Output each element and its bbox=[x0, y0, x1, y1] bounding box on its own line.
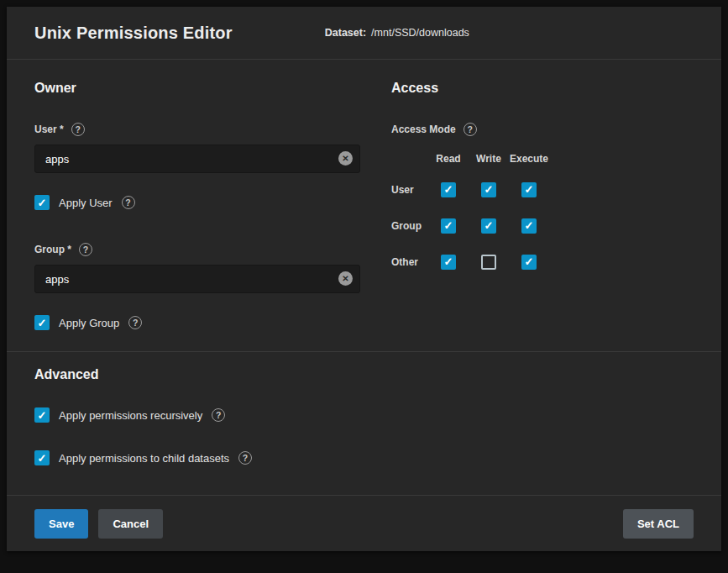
checkbox-recursive[interactable] bbox=[34, 407, 50, 423]
access-cell bbox=[428, 255, 469, 270]
checkbox-apply-group[interactable] bbox=[34, 315, 50, 330]
checkbox-other-write[interactable] bbox=[481, 255, 496, 270]
recursive-help-icon[interactable] bbox=[212, 408, 225, 422]
owner-section-title: Owner bbox=[34, 81, 360, 96]
cancel-button[interactable]: Cancel bbox=[98, 509, 163, 539]
checkbox-user-write[interactable] bbox=[481, 182, 496, 197]
checkbox-group-execute[interactable] bbox=[521, 218, 537, 234]
access-column: Access Access Mode Read Write Execute Us… bbox=[391, 81, 694, 330]
access-matrix-row: Other bbox=[391, 244, 694, 280]
user-help-icon[interactable] bbox=[71, 123, 85, 136]
access-cell bbox=[469, 218, 509, 234]
apply-group-help-icon[interactable] bbox=[128, 316, 142, 329]
checkbox-group-read[interactable] bbox=[441, 218, 456, 234]
save-button[interactable]: Save bbox=[34, 509, 88, 539]
access-cell bbox=[469, 182, 509, 197]
apply-group-row[interactable]: Apply Group bbox=[34, 315, 360, 330]
group-clear-icon[interactable] bbox=[338, 271, 353, 286]
child-datasets-label: Apply permissions to child datasets bbox=[59, 452, 229, 465]
checkbox-other-read[interactable] bbox=[441, 255, 456, 270]
group-field-label: Group * bbox=[34, 243, 360, 256]
access-row-label: Group bbox=[391, 220, 428, 232]
user-clear-icon[interactable] bbox=[338, 151, 353, 166]
user-input-wrap bbox=[34, 145, 360, 173]
checkbox-apply-user[interactable] bbox=[34, 195, 50, 210]
child-datasets-row[interactable]: Apply permissions to child datasets bbox=[34, 450, 694, 465]
access-section-title: Access bbox=[391, 81, 694, 96]
apply-group-label: Apply Group bbox=[59, 317, 119, 329]
recursive-label: Apply permissions recursively bbox=[59, 409, 202, 422]
unix-permissions-editor-card: Unix Permissions Editor Dataset: /mnt/SS… bbox=[7, 7, 721, 551]
dataset-label: Dataset: bbox=[325, 27, 366, 39]
advanced-section-title: Advanced bbox=[34, 367, 694, 382]
apply-user-row[interactable]: Apply User bbox=[34, 195, 360, 210]
group-input[interactable] bbox=[34, 265, 360, 293]
access-cell bbox=[509, 182, 549, 197]
user-input[interactable] bbox=[34, 145, 360, 173]
access-row-label: Other bbox=[391, 256, 428, 268]
checkbox-user-execute[interactable] bbox=[521, 182, 537, 197]
dataset-path: /mnt/SSD/downloads bbox=[371, 27, 469, 39]
access-cell bbox=[509, 218, 549, 234]
apply-user-label: Apply User bbox=[59, 197, 113, 209]
checkbox-child-datasets[interactable] bbox=[34, 450, 50, 465]
access-cell bbox=[428, 218, 469, 234]
access-mode-field-label: Access Mode bbox=[391, 123, 694, 136]
recursive-row[interactable]: Apply permissions recursively bbox=[34, 407, 694, 423]
access-mode-help-icon[interactable] bbox=[464, 123, 477, 136]
access-cell bbox=[509, 255, 549, 270]
checkbox-user-read[interactable] bbox=[441, 182, 456, 197]
group-label: Group * bbox=[34, 244, 71, 255]
access-col-read: Read bbox=[428, 153, 469, 165]
user-field-label: User * bbox=[34, 123, 360, 136]
access-matrix-row: Group bbox=[391, 208, 694, 244]
advanced-section: Advanced Apply permissions recursively A… bbox=[7, 352, 721, 495]
page-title: Unix Permissions Editor bbox=[34, 24, 233, 43]
access-row-label: User bbox=[391, 184, 428, 196]
dataset-info: Dataset: /mnt/SSD/downloads bbox=[325, 27, 469, 39]
checkbox-other-execute[interactable] bbox=[521, 255, 537, 270]
group-input-wrap bbox=[34, 265, 360, 293]
card-header: Unix Permissions Editor Dataset: /mnt/SS… bbox=[7, 7, 721, 59]
access-matrix-row: User bbox=[391, 171, 694, 208]
set-acl-button[interactable]: Set ACL bbox=[623, 509, 694, 539]
main-section: Owner User * Apply User Group * bbox=[7, 60, 721, 351]
access-matrix-rows: UserGroupOther bbox=[391, 171, 694, 280]
access-cell bbox=[428, 182, 469, 197]
owner-column: Owner User * Apply User Group * bbox=[34, 81, 360, 330]
user-label: User * bbox=[34, 124, 64, 135]
checkbox-group-write[interactable] bbox=[481, 218, 496, 234]
apply-user-help-icon[interactable] bbox=[122, 196, 135, 209]
child-datasets-help-icon[interactable] bbox=[238, 451, 252, 465]
footer-actions: Save Cancel Set ACL bbox=[7, 496, 721, 551]
access-col-execute: Execute bbox=[509, 153, 549, 165]
access-cell bbox=[469, 255, 509, 270]
access-matrix-header: Read Write Execute bbox=[391, 153, 694, 165]
access-mode-label: Access Mode bbox=[391, 124, 456, 135]
access-col-write: Write bbox=[469, 153, 509, 165]
group-help-icon[interactable] bbox=[79, 243, 92, 256]
